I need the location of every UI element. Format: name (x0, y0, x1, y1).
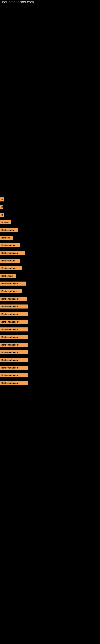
result-row-4: Bottlen (0, 220, 100, 225)
result-row-20: Bottleneck result (0, 343, 100, 348)
bottleneck-result-label: Bottleneck result (0, 381, 28, 385)
result-row-6: Bottlene (0, 236, 100, 240)
result-row-16: Bottleneck result (0, 312, 100, 317)
result-row-17: Bottleneck result (0, 320, 100, 324)
bottleneck-result-label: Bottleneck result (0, 304, 28, 308)
bottleneck-result-label: Bottlene (0, 236, 13, 240)
bottleneck-result-label: Bottleneck result (0, 343, 28, 347)
bottleneck-result-label: Bottleneck res (0, 266, 22, 270)
top-chart-area (0, 4, 100, 85)
bottleneck-result-label: Bottleneck (0, 274, 16, 278)
bottleneck-result-label: B (0, 198, 4, 202)
result-row-15: Bottleneck result (0, 304, 100, 309)
bottleneck-result-label: Bottleneck result (0, 350, 28, 354)
result-row-23: Bottleneck result (0, 366, 100, 370)
result-row-3: B (0, 213, 100, 218)
bottleneck-result-label: Bottleneck result (0, 366, 28, 370)
bottleneck-result-label: B (0, 205, 3, 209)
bottleneck-result-label: Bottleneck result (0, 320, 28, 324)
result-row-19: Bottleneck result (0, 335, 100, 340)
result-row-14: Bottleneck result (0, 297, 100, 302)
result-row-8: Bottleneck resul (0, 251, 100, 256)
result-row-9: Bottleneck ra (0, 258, 100, 264)
result-row-25: Bottleneck result (0, 381, 100, 386)
result-row-10: Bottleneck res (0, 266, 100, 271)
result-row-13: Bottleneck res (0, 289, 100, 294)
bottleneck-result-label: Bottleneck res (0, 289, 22, 293)
bottleneck-result-label: Bottleneck result (0, 358, 28, 362)
bottleneck-result-label: Bottleneck resul (0, 251, 25, 255)
bottleneck-result-label: Bottleneck r (0, 228, 18, 232)
bottleneck-result-label: Bottleneck result (0, 373, 28, 377)
bottleneck-result-label: B (0, 213, 4, 217)
site-title: TheBottlenecker.com (0, 0, 100, 4)
result-row-11: Bottleneck (0, 274, 100, 279)
result-row-2: B (0, 205, 100, 210)
results-section: BBBBottlenBottleneck rBottleneBottleneck… (0, 85, 100, 386)
result-row-24: Bottleneck result (0, 373, 100, 378)
result-row-22: Bottleneck result (0, 358, 100, 363)
bottleneck-result-label: Bottleneck result (0, 328, 28, 332)
result-row-18: Bottleneck result (0, 328, 100, 332)
bottleneck-result-label: Bottleneck result (0, 297, 27, 301)
bottleneck-result-label: Bottleneck result (0, 335, 28, 339)
bottleneck-result-label: Bottleneck result (0, 312, 28, 316)
result-row-5: Bottleneck r (0, 228, 100, 233)
bottleneck-result-label: Bottleneck result (0, 282, 26, 286)
bottleneck-result-label: Bottlen (0, 220, 11, 224)
result-row-21: Bottleneck result (0, 350, 100, 355)
result-row-1: B (0, 198, 100, 202)
result-row-7: Bottleneck re (0, 243, 100, 248)
bottleneck-result-label: Bottleneck re (0, 243, 20, 247)
result-row-12: Bottleneck result (0, 282, 100, 286)
bottleneck-result-label: Bottleneck ra (0, 258, 20, 263)
